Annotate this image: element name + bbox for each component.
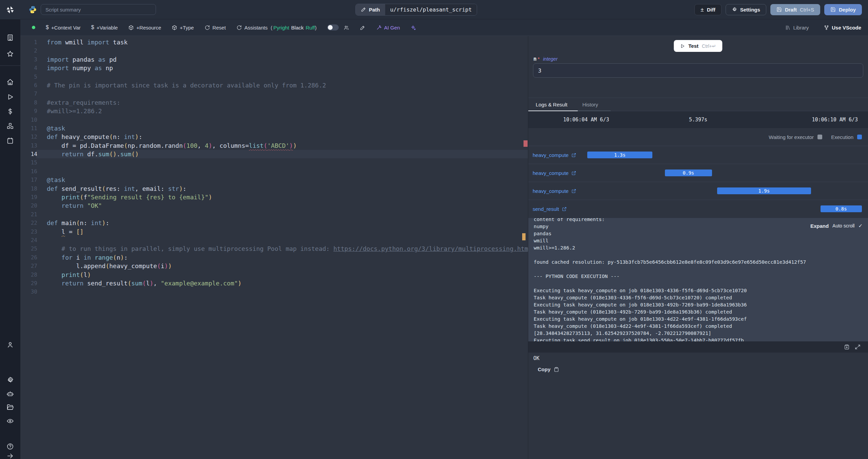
package-icon: [128, 25, 134, 31]
library-button[interactable]: Library: [785, 25, 809, 31]
sidebar-item-folder[interactable]: [6, 403, 14, 411]
multiplayer-toggle[interactable]: [327, 24, 339, 31]
sidebar-item-boxes[interactable]: [6, 122, 14, 130]
code-line-4[interactable]: 4import numpy as np: [20, 64, 528, 72]
code-editor[interactable]: 1from wmill import task23import pandas a…: [20, 36, 528, 459]
code-line-30[interactable]: 30: [20, 287, 528, 296]
code-text: import pandas as pd: [47, 55, 528, 64]
code-line-27[interactable]: 27 l.append(heavy_compute(i)): [20, 262, 528, 270]
sidebar-item-arrow-right[interactable]: [6, 452, 14, 459]
code-line-8[interactable]: 8#extra_requirements:: [20, 98, 528, 107]
external-link-icon: [571, 153, 576, 158]
arg-n-input[interactable]: [533, 63, 863, 78]
sidebar-item-help[interactable]: [6, 443, 14, 450]
code-text: [47, 73, 528, 81]
tab-history-label: History: [582, 102, 598, 107]
code-line-1[interactable]: 1from wmill import task: [20, 38, 528, 46]
copy-logs-icon[interactable]: [844, 344, 850, 350]
line-number: 1: [20, 38, 37, 46]
settings-button[interactable]: Settings: [726, 4, 766, 15]
sidebar-item-home[interactable]: [6, 78, 14, 86]
expand-button[interactable]: Expand: [810, 223, 829, 229]
code-line-17[interactable]: 17@task: [20, 176, 528, 184]
path-button[interactable]: Path u/rfiszel/pleasant_script: [355, 4, 477, 16]
code-line-9[interactable]: 9#wmill>=1.286.2: [20, 107, 528, 115]
tab-history[interactable]: History: [575, 98, 606, 111]
ai-sparkles-button[interactable]: [410, 25, 416, 31]
windmill-logo[interactable]: [0, 0, 20, 19]
code-line-28[interactable]: 28 print(l): [20, 271, 528, 279]
code-line-23[interactable]: 23 l = []: [20, 227, 528, 236]
multiplayer-button[interactable]: [343, 25, 349, 31]
log-viewer[interactable]: content of requirements:numpypandaswmill…: [528, 218, 868, 341]
code-line-15[interactable]: 15: [20, 158, 528, 167]
job-link-heavy_compute[interactable]: heavy_compute: [533, 182, 576, 200]
use-vscode-button[interactable]: Use VScode: [824, 25, 861, 31]
code-line-7[interactable]: 7: [20, 89, 528, 98]
code-text: @task: [47, 176, 528, 184]
code-line-29[interactable]: 29 return send_result(sum(l), "example@e…: [20, 279, 528, 287]
code-line-24[interactable]: 24: [20, 236, 528, 244]
sidebar-item-dollar[interactable]: [6, 108, 14, 115]
sidebar-item-eye[interactable]: [6, 417, 14, 425]
code-line-6[interactable]: 6# The pin is important since task is a …: [20, 81, 528, 89]
legend-waiting-label: Waiting for executor: [769, 134, 814, 140]
line-number: 11: [20, 124, 37, 133]
job-link-heavy_compute[interactable]: heavy_compute: [533, 164, 576, 182]
code-line-19[interactable]: 19 print(f"Sending result {res} to {emai…: [20, 193, 528, 201]
sidebar-item-gear[interactable]: [6, 376, 14, 384]
line-number: 23: [20, 227, 37, 236]
calendar-icon: [6, 137, 14, 144]
deploy-button[interactable]: Deploy: [824, 4, 862, 15]
sidebar-item-building[interactable]: [6, 34, 14, 41]
job-link-send_result[interactable]: send_result: [533, 200, 567, 218]
code-line-14[interactable]: 14 return df.sum().sum(): [20, 150, 528, 158]
line-number: 24: [20, 236, 37, 244]
code-line-25[interactable]: 25 # to run things in parallel, simply u…: [20, 244, 528, 253]
expand-logs-icon[interactable]: [855, 344, 861, 350]
draft-button[interactable]: Draft Ctrl+S: [770, 4, 820, 15]
autoscroll-toggle[interactable]: Auto scroll: [832, 223, 854, 228]
play-icon: [6, 93, 14, 101]
sidebar-item-play[interactable]: [6, 93, 14, 101]
ai-gen-button[interactable]: AI Gen: [376, 25, 400, 31]
code-line-12[interactable]: 12def heavy_compute(n: int):: [20, 133, 528, 141]
code-line-22[interactable]: 22def main(n: int):: [20, 219, 528, 227]
code-line-10[interactable]: 10: [20, 116, 528, 124]
job-link-heavy_compute[interactable]: heavy_compute: [533, 146, 576, 164]
assistants-button[interactable]: Assistants ( Pyright Black Ruff ): [236, 25, 317, 31]
diff-button[interactable]: ± Diff: [694, 4, 721, 15]
format-button[interactable]: [360, 25, 366, 31]
copy-result-button[interactable]: Copy: [538, 366, 559, 372]
reset-button[interactable]: Reset: [204, 25, 226, 31]
tab-logs-result[interactable]: Logs & Result: [528, 98, 575, 111]
sidebar-item-star[interactable]: [6, 50, 14, 58]
code-line-13[interactable]: 13 df = pd.DataFrame(np.random.randn(100…: [20, 141, 528, 150]
code-line-21[interactable]: 21: [20, 210, 528, 219]
code-line-5[interactable]: 5: [20, 73, 528, 81]
code-text: return "OK": [47, 201, 528, 210]
sidebar-item-calendar[interactable]: [6, 137, 14, 144]
add-type-button[interactable]: +Type: [172, 25, 194, 31]
log-line: Executing task heavy_compute on job 018e…: [534, 287, 868, 294]
sidebar-item-bot[interactable]: [6, 390, 14, 397]
code-line-26[interactable]: 26 for i in range(n):: [20, 253, 528, 262]
run-panel: Test Ctrl+↵ n * integer Logs & Result Hi…: [528, 36, 868, 459]
test-button[interactable]: Test Ctrl+↵: [674, 40, 722, 52]
add-variable-button[interactable]: $ +Variable: [91, 24, 118, 31]
add-resource-button[interactable]: +Resource: [128, 25, 161, 31]
add-context-var-button[interactable]: $ +Context Var: [46, 24, 81, 31]
folder-icon: [6, 403, 14, 411]
script-summary-input[interactable]: [41, 4, 156, 15]
line-number: 10: [20, 116, 37, 124]
code-line-20[interactable]: 20 return "OK": [20, 201, 528, 210]
code-text: return df.sum().sum(): [47, 150, 528, 158]
code-line-18[interactable]: 18def send_result(res: int, email: str):: [20, 184, 528, 193]
run-end-time: 10:06:10 AM 6/3: [812, 117, 858, 123]
code-line-16[interactable]: 16: [20, 167, 528, 176]
code-line-3[interactable]: 3import pandas as pd: [20, 55, 528, 64]
sidebar-item-user[interactable]: [6, 341, 14, 348]
code-line-11[interactable]: 11@task: [20, 124, 528, 133]
job-duration-bar: 1.3s: [587, 152, 652, 158]
code-line-2[interactable]: 2: [20, 46, 528, 55]
